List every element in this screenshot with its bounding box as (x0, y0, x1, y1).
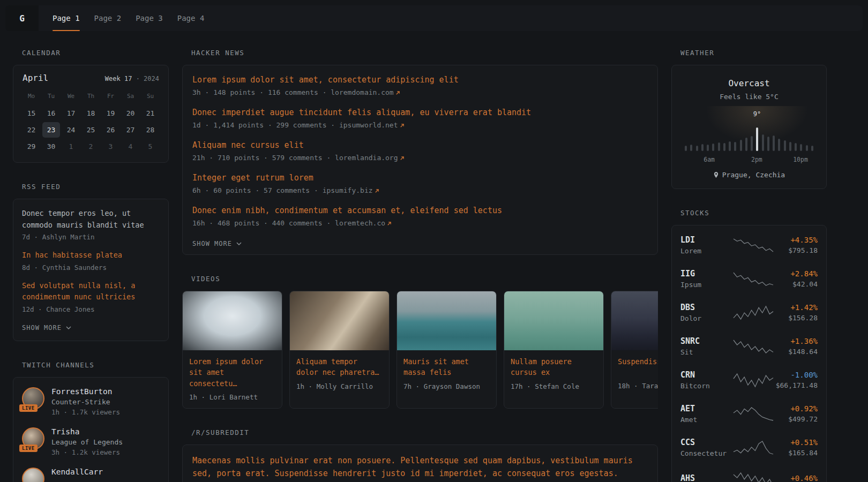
app-logo[interactable]: G (5, 5, 39, 31)
stock-identity: IIG Ipsum (680, 269, 732, 289)
hn-story: Integer eget rutrum lorem 6h · 60 points… (192, 172, 648, 194)
rss-item-meta: 7d · Ashlyn Martin (22, 233, 160, 241)
videos-section-title: VIDEOS (191, 275, 658, 283)
tab-page-2[interactable]: Page 2 (94, 5, 122, 31)
twitch-section: TWITCH CHANNELS LIVE ForrestBurton Count… (13, 361, 169, 482)
stock-identity: AHS (680, 473, 732, 482)
stock-ticker: DBS (680, 303, 732, 312)
stock-row[interactable]: AET Amet +0.92% $499.72 (680, 397, 818, 431)
hn-domain-link[interactable]: loremdomain.com (331, 88, 400, 96)
stock-sparkline (732, 372, 775, 388)
weather-hour-label: 2pm (751, 156, 762, 163)
channel-info: ForrestBurton Counter-Strike 1h · 1.7k v… (51, 387, 120, 416)
weather-bar (800, 144, 802, 151)
hn-story-link[interactable]: Aliquam nec cursus elit (192, 140, 648, 151)
stock-row[interactable]: CCS Consectetur +0.51% $165.84 (680, 431, 818, 464)
calendar-day: 26 (102, 122, 119, 138)
calendar-week-number: Week 17 (105, 75, 132, 82)
hn-domain-link[interactable]: ipsumify.biz (323, 186, 379, 194)
hn-story-meta: 16h · 468 points · 440 comments · loremt… (192, 219, 648, 227)
weather-section: WEATHER Overcast Feels like 5°C 9° 6am2p… (671, 49, 827, 189)
weather-bar (762, 134, 764, 151)
calendar-day: 29 (23, 139, 40, 154)
video-info: Nullam posuere cursus ex 17h · Stefan Co… (504, 350, 603, 397)
video-title[interactable]: Nullam posuere cursus ex (511, 356, 597, 378)
rss-item-link[interactable]: In hac habitasse platea (22, 251, 122, 259)
twitch-channel[interactable]: LIVE Trisha League of Legends 3h · 1.2k … (22, 427, 160, 456)
video-card[interactable]: Lorem ipsum dolor sit amet consectetu… 1… (182, 291, 282, 409)
weekday-label: Sa (121, 89, 140, 105)
video-title[interactable]: Lorem ipsum dolor sit amet consectetu… (189, 356, 275, 389)
video-card[interactable]: Mauris sit amet massa felis 7h · Grayson… (396, 291, 497, 409)
calendar-day: 27 (122, 122, 139, 138)
tab-page-1[interactable]: Page 1 (53, 5, 80, 31)
stock-row[interactable]: AHS +0.46% (680, 464, 818, 482)
video-card[interactable]: Aliquam tempor dolor nec pharetra… 1h · … (289, 291, 390, 409)
reddit-post-link[interactable]: Maecenas mollis pulvinar erat non posuer… (192, 454, 648, 480)
tab-page-3[interactable]: Page 3 (136, 5, 163, 31)
stock-name: Sit (680, 348, 732, 356)
stock-ticker: AET (680, 404, 732, 413)
weather-bar (685, 146, 687, 151)
video-card[interactable]: Nullam posuere cursus ex 17h · Stefan Co… (504, 291, 604, 409)
hn-story-link[interactable]: Donec enim nibh, condimentum et accumsan… (192, 205, 648, 216)
stock-row[interactable]: LDI Lorem +4.35% $795.18 (680, 228, 818, 262)
stock-row[interactable]: IIG Ipsum +2.84% $42.04 (680, 262, 818, 296)
stock-sparkline (732, 237, 775, 253)
hn-story-stats: 3h · 148 points · 116 comments · (192, 88, 331, 96)
rss-item-link[interactable]: Sed volutpat nulla nisl, a condimentum n… (22, 281, 135, 302)
stock-change: +0.46% (775, 474, 818, 482)
hn-domain-link[interactable]: ipsumworld.net (339, 121, 405, 129)
rss-section: RSS FEED Donec tempor eros leo, ut commo… (13, 183, 169, 341)
avatar (22, 468, 44, 482)
calendar-section: CALENDAR April Week 17 · 2024 Mo Tu We T… (13, 49, 169, 163)
weather-card: Overcast Feels like 5°C 9° 6am2pm10pm Pr… (671, 65, 827, 189)
twitch-channel[interactable]: LIVE ForrestBurton Counter-Strike 1h · 1… (22, 387, 160, 416)
hn-story-link[interactable]: Donec imperdiet augue tincidunt felis al… (192, 107, 648, 118)
hn-domain-link[interactable]: loremlandia.org (335, 154, 404, 162)
weather-bar (778, 139, 780, 151)
video-title[interactable]: Suspendisse diam (618, 356, 658, 378)
video-card[interactable]: Suspendisse diam 18h · Tara (611, 291, 658, 409)
weather-bar (811, 146, 813, 151)
hn-story-link[interactable]: Lorem ipsum dolor sit amet, consectetur … (192, 74, 648, 86)
weekday-label: Fr (101, 89, 121, 105)
hn-story-link[interactable]: Integer eget rutrum lorem (192, 172, 648, 184)
center-column: HACKER NEWS Lorem ipsum dolor sit amet, … (182, 49, 658, 482)
stock-row[interactable]: DBS Dolor +1.42% $156.28 (680, 296, 818, 329)
rss-item-link[interactable]: Donec tempor eros leo, ut commodo mauris… (22, 209, 144, 229)
video-thumbnail[interactable] (611, 291, 658, 350)
stock-name: Ipsum (680, 281, 732, 289)
rss-show-more-button[interactable]: SHOW MORE (22, 324, 71, 332)
video-thumbnail[interactable] (397, 291, 496, 350)
video-thumbnail[interactable] (504, 291, 603, 350)
channel-info: Trisha League of Legends 3h · 1.2k viewe… (51, 427, 123, 456)
video-title[interactable]: Mauris sit amet massa felis (403, 356, 490, 378)
calendar-month: April (23, 73, 48, 83)
video-thumbnail[interactable] (183, 291, 282, 350)
show-more-label: SHOW MORE (22, 324, 62, 332)
stock-row[interactable]: SNRC Sit +1.36% $148.64 (680, 329, 818, 363)
tab-page-4[interactable]: Page 4 (177, 5, 205, 31)
weekday-label: Su (140, 89, 160, 105)
calendar-day: 15 (23, 106, 40, 121)
calendar-day: 5 (141, 139, 159, 154)
stock-ticker: LDI (680, 235, 732, 245)
weather-hour-labels: 6am2pm10pm (685, 156, 813, 164)
live-badge: LIVE (19, 445, 38, 452)
weather-bars (685, 125, 813, 151)
stock-row[interactable]: CRN Bitcorn -1.00% $66,171.48 (680, 363, 818, 397)
video-thumbnail[interactable] (290, 291, 389, 350)
stock-change: -1.00% (775, 371, 818, 379)
stock-identity: DBS Dolor (680, 303, 732, 322)
videos-row: Lorem ipsum dolor sit amet consectetu… 1… (182, 291, 658, 409)
stock-sparkline (732, 471, 775, 482)
stock-numbers: -1.00% $66,171.48 (775, 371, 818, 389)
weather-bar (745, 138, 747, 151)
calendar-day: 16 (42, 106, 60, 121)
hn-domain-link[interactable]: loremtech.co (335, 219, 392, 227)
hn-show-more-button[interactable]: SHOW MORE (192, 240, 242, 247)
video-title[interactable]: Aliquam tempor dolor nec pharetra… (296, 356, 383, 378)
twitch-channel[interactable]: KendallCarr (22, 468, 160, 482)
stock-identity: SNRC Sit (680, 336, 732, 356)
